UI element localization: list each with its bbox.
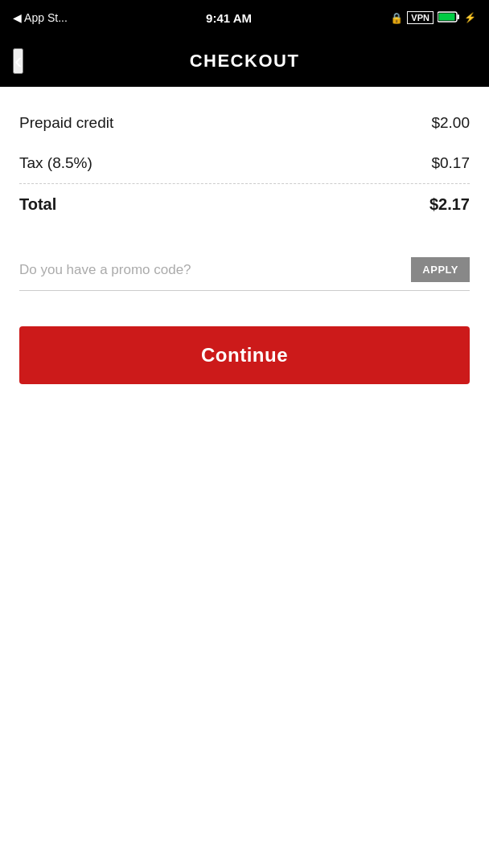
promo-input-wrapper: APPLY [19, 257, 470, 291]
continue-button[interactable]: Continue [19, 326, 470, 384]
total-value: $2.17 [429, 195, 470, 214]
status-bar-right: 🔒 VPN ⚡ [390, 11, 476, 25]
nav-header: ‹ CHECKOUT [0, 35, 489, 87]
page-title: CHECKOUT [190, 51, 300, 72]
charging-icon: ⚡ [464, 12, 476, 23]
promo-code-input[interactable] [19, 262, 411, 278]
checkout-content: Prepaid credit $2.00 Tax (8.5%) $0.17 To… [0, 87, 489, 384]
tax-label: Tax (8.5%) [19, 154, 92, 172]
back-button[interactable]: ‹ [13, 48, 23, 74]
tax-row: Tax (8.5%) $0.17 [19, 143, 470, 183]
apply-promo-button[interactable]: APPLY [411, 257, 470, 282]
battery-icon [438, 11, 460, 25]
total-label: Total [19, 195, 56, 214]
svg-rect-1 [457, 14, 459, 19]
prepaid-credit-value: $2.00 [431, 114, 470, 132]
total-row: Total $2.17 [19, 184, 470, 225]
back-app-indicator: ◀ App St... [13, 11, 68, 24]
promo-section: APPLY [0, 225, 489, 310]
price-summary: Prepaid credit $2.00 Tax (8.5%) $0.17 To… [0, 87, 489, 225]
prepaid-credit-label: Prepaid credit [19, 114, 113, 132]
status-bar-time: 9:41 AM [206, 11, 252, 25]
tax-value: $0.17 [431, 154, 470, 172]
continue-section: Continue [0, 310, 489, 384]
lock-icon: 🔒 [390, 12, 403, 24]
prepaid-credit-row: Prepaid credit $2.00 [19, 103, 470, 143]
status-bar: ◀ App St... 9:41 AM 🔒 VPN ⚡ [0, 0, 489, 35]
status-bar-left: ◀ App St... [13, 11, 68, 24]
svg-rect-2 [438, 13, 454, 20]
vpn-badge: VPN [407, 11, 434, 24]
